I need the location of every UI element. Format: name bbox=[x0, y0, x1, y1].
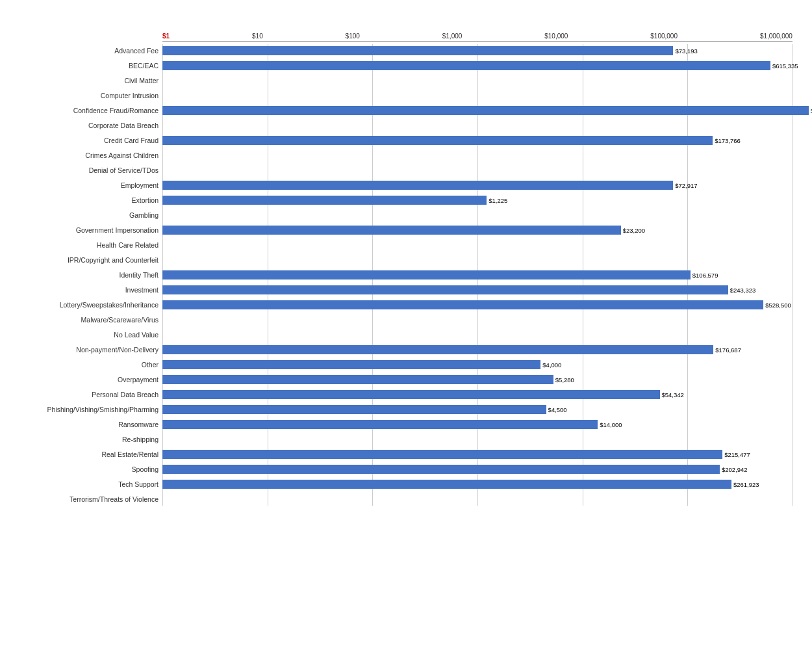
bar-track: $176,687 bbox=[162, 345, 793, 354]
x-tick-3: $1,000 bbox=[442, 32, 463, 40]
chart-row: Computer Intrusion bbox=[162, 89, 793, 102]
bar-value: $261,923 bbox=[733, 481, 759, 488]
bar-track bbox=[162, 151, 793, 160]
row-label: BEC/EAC bbox=[10, 62, 162, 70]
row-label: Computer Intrusion bbox=[10, 92, 162, 99]
chart-row: Real Estate/Rental$215,477 bbox=[162, 448, 793, 461]
bar: $73,193 bbox=[162, 46, 673, 55]
bar: $5,280 bbox=[162, 375, 553, 384]
bar-track: $54,342 bbox=[162, 390, 793, 399]
row-label: Malware/Scareware/Virus bbox=[10, 316, 162, 324]
row-label: Terrorism/Threats of Violence bbox=[10, 495, 162, 503]
bar-value: $176,687 bbox=[715, 346, 741, 354]
bar-value: $54,342 bbox=[662, 391, 684, 398]
row-label: Tech Support bbox=[10, 480, 162, 488]
row-label: IPR/Copyright and Counterfeit bbox=[10, 256, 162, 264]
x-tick-5: $100,000 bbox=[650, 32, 678, 40]
bar-track: $1,421,042 bbox=[162, 106, 793, 115]
chart-row: Extortion$1,225 bbox=[162, 194, 793, 207]
chart-container: $1$10$100$1,000$10,000$100,000$1,000,000… bbox=[6, 32, 806, 506]
x-axis: $1$10$100$1,000$10,000$100,000$1,000,000 bbox=[162, 32, 793, 42]
row-label: Credit Card Fraud bbox=[10, 136, 162, 144]
chart-row: Phishing/Vishing/Smishing/Pharming$4,500 bbox=[162, 403, 793, 416]
chart-row: Credit Card Fraud$173,766 bbox=[162, 134, 793, 147]
bar-value: $5,280 bbox=[555, 376, 574, 384]
bar-track: $615,335 bbox=[162, 61, 793, 70]
bar-track bbox=[162, 495, 793, 504]
bar: $72,917 bbox=[162, 181, 673, 190]
chart-row: Re-shipping bbox=[162, 433, 793, 446]
chart-area: $1$10$100$1,000$10,000$100,000$1,000,000… bbox=[162, 32, 793, 506]
row-label: Real Estate/Rental bbox=[10, 450, 162, 458]
row-label: Non-payment/Non-Delivery bbox=[10, 346, 162, 354]
bar-track: $173,766 bbox=[162, 136, 793, 145]
bar-track: $243,323 bbox=[162, 285, 793, 294]
chart-row: No Lead Value bbox=[162, 328, 793, 341]
row-label: Gambling bbox=[10, 211, 162, 219]
bar-track bbox=[162, 330, 793, 339]
bar-track bbox=[162, 91, 793, 100]
bar-track: $528,500 bbox=[162, 300, 793, 309]
x-tick-2: $100 bbox=[346, 32, 360, 40]
chart-row: Investment$243,323 bbox=[162, 283, 793, 296]
bar-track: $202,942 bbox=[162, 465, 793, 474]
row-label: Government Impersonation bbox=[10, 226, 162, 234]
bar-track: $14,000 bbox=[162, 420, 793, 429]
bar-track: $73,193 bbox=[162, 46, 793, 55]
row-label: Civil Matter bbox=[10, 77, 162, 84]
chart-row: Government Impersonation$23,200 bbox=[162, 224, 793, 237]
row-label: Denial of Service/TDos bbox=[10, 166, 162, 174]
bar-value: $173,766 bbox=[715, 137, 741, 144]
bar-value: $528,500 bbox=[765, 302, 791, 309]
bar-track: $4,500 bbox=[162, 405, 793, 414]
chart-row: Gambling bbox=[162, 209, 793, 222]
row-label: Re-shipping bbox=[10, 436, 162, 443]
chart-row: Denial of Service/TDos bbox=[162, 164, 793, 177]
row-label: No Lead Value bbox=[10, 331, 162, 339]
chart-row: Personal Data Breach$54,342 bbox=[162, 388, 793, 401]
bar-track bbox=[162, 435, 793, 444]
bar: $261,923 bbox=[162, 480, 731, 489]
bar-track: $4,000 bbox=[162, 360, 793, 369]
bar-track bbox=[162, 166, 793, 175]
bar: $528,500 bbox=[162, 300, 763, 309]
bar: $1,421,042 bbox=[162, 106, 809, 115]
bar-value: $1,225 bbox=[488, 197, 507, 204]
x-tick-0: $1 bbox=[162, 32, 170, 40]
bar-track bbox=[162, 240, 793, 250]
bar-value: $73,193 bbox=[675, 47, 697, 55]
bar-value: $4,500 bbox=[548, 406, 567, 413]
row-label: Investment bbox=[10, 286, 162, 294]
chart-row: Terrorism/Threats of Violence bbox=[162, 493, 793, 506]
chart-row: BEC/EAC$615,335 bbox=[162, 59, 793, 72]
chart-row: Spoofing$202,942 bbox=[162, 463, 793, 476]
chart-row: Advanced Fee$73,193 bbox=[162, 44, 793, 57]
row-label: Other bbox=[10, 361, 162, 369]
bar-track bbox=[162, 76, 793, 85]
bar-value: $14,000 bbox=[600, 421, 622, 428]
chart-row: Ransomware$14,000 bbox=[162, 418, 793, 431]
bar-track bbox=[162, 211, 793, 220]
bar: $202,942 bbox=[162, 465, 720, 474]
row-label: Lottery/Sweepstakes/Inheritance bbox=[10, 301, 162, 309]
row-label: Employment bbox=[10, 181, 162, 189]
chart-row: Tech Support$261,923 bbox=[162, 478, 793, 491]
bar-track: $1,225 bbox=[162, 196, 793, 205]
bar-track: $106,579 bbox=[162, 270, 793, 280]
page: $1$10$100$1,000$10,000$100,000$1,000,000… bbox=[0, 0, 812, 521]
chart-row: Malware/Scareware/Virus bbox=[162, 313, 793, 326]
bar-track bbox=[162, 315, 793, 324]
bar: $176,687 bbox=[162, 345, 713, 354]
chart-row: Other$4,000 bbox=[162, 358, 793, 371]
bar: $173,766 bbox=[162, 136, 713, 145]
row-label: Advanced Fee bbox=[10, 47, 162, 55]
row-label: Personal Data Breach bbox=[10, 391, 162, 398]
row-label: Extortion bbox=[10, 196, 162, 204]
bar: $243,323 bbox=[162, 285, 728, 294]
row-label: Phishing/Vishing/Smishing/Pharming bbox=[10, 406, 162, 413]
row-label: Overpayment bbox=[10, 376, 162, 384]
bar-track: $215,477 bbox=[162, 450, 793, 459]
bar: $54,342 bbox=[162, 390, 660, 399]
bar-track bbox=[162, 121, 793, 130]
row-label: Health Care Related bbox=[10, 241, 162, 249]
